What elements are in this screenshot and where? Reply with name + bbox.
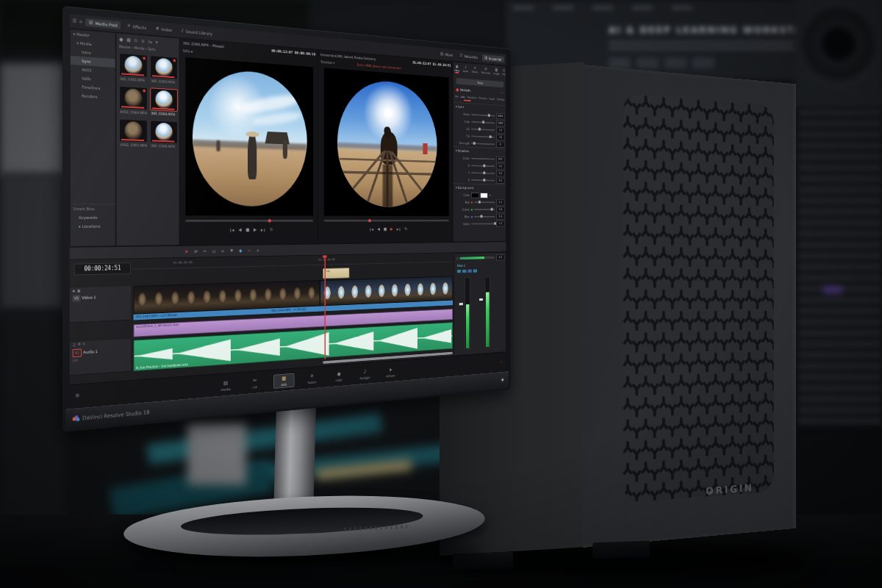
smart-bin-locations[interactable]: ▸ Locations	[71, 222, 117, 231]
slider[interactable]	[471, 121, 495, 123]
sort-icon[interactable]: Aa	[148, 40, 152, 43]
row-value[interactable]: 1.0	[496, 220, 504, 226]
slider[interactable]	[471, 172, 495, 173]
inspector-clip-row[interactable]: MediaIn ⋯	[456, 87, 504, 96]
timeline-playhead-dot[interactable]	[368, 219, 371, 222]
channel-fader-1[interactable]	[459, 303, 463, 306]
snap-icon[interactable]: ⊔	[212, 249, 215, 254]
source-playhead-dot[interactable]	[268, 219, 270, 223]
channel-fader-2[interactable]	[479, 298, 483, 301]
row-value[interactable]: 1.0	[496, 127, 504, 134]
row-value[interactable]: XYZ	[496, 157, 504, 162]
media-clip[interactable]: A002_0344.MP4	[120, 87, 147, 115]
row-value[interactable]: 0.3	[496, 214, 504, 220]
row-value[interactable]: 0.2	[496, 199, 504, 205]
menu-icon[interactable]: ☰	[73, 18, 77, 24]
flag-icon[interactable]: ⚑	[230, 248, 234, 253]
timeline-title-clip[interactable]: Title	[323, 268, 349, 279]
play-button[interactable]: ▶	[254, 228, 257, 232]
subtab-active[interactable]: Lens	[461, 96, 465, 99]
settings-gear-icon[interactable]: ⚙	[76, 393, 80, 398]
page-media[interactable]: ▤media	[215, 379, 237, 392]
tab-media-pool[interactable]: ▦ Media Pool	[85, 18, 121, 29]
page-deliver[interactable]: ➤deliver	[381, 366, 399, 378]
row-value[interactable]: 4096	[496, 113, 504, 120]
play-button-active[interactable]: ▶	[390, 227, 393, 232]
source-zoom-select[interactable]: 50% ▾	[183, 49, 193, 54]
jump-start-button[interactable]: ❙◀	[369, 228, 373, 231]
page-fusion[interactable]: ✳fusion	[302, 372, 321, 384]
marker-icon[interactable]: ◆	[239, 248, 242, 253]
audio-track-header[interactable]: ♫MS A1 Audio 1 2.0	[70, 339, 131, 376]
step-back-button[interactable]: ◀	[377, 227, 380, 232]
bus-chip[interactable]	[467, 270, 471, 273]
tab-metadata[interactable]: ☷ Metadata	[457, 52, 480, 61]
slider[interactable]	[471, 158, 495, 160]
page-color[interactable]: ◉color	[329, 370, 348, 382]
caret-icon[interactable]: ▾	[156, 40, 158, 44]
slider[interactable]	[471, 179, 495, 181]
inspector-tab-video[interactable]: ▣Video	[454, 65, 459, 72]
playhead-marker[interactable]	[323, 255, 326, 258]
import-icon[interactable]: ●	[119, 37, 123, 42]
tab-effects[interactable]: ✳ Effects	[123, 22, 150, 32]
search-icon[interactable]: ⊙	[134, 38, 137, 43]
power-led[interactable]	[502, 379, 503, 381]
clip-enable-dot[interactable]	[456, 88, 459, 91]
subtab[interactable]: Tracking	[479, 96, 487, 100]
slider[interactable]	[471, 129, 495, 131]
loop-button[interactable]: ↻	[270, 228, 273, 232]
subtab[interactable]: Transform	[467, 96, 477, 99]
enable-icon[interactable]: ▣	[77, 289, 81, 293]
speaker-icon[interactable]: ♫	[456, 257, 459, 259]
row-value[interactable]: 0.0	[496, 163, 504, 169]
bus-chip[interactable]	[473, 269, 477, 272]
subtab[interactable]: File	[455, 95, 458, 98]
media-clip[interactable]: V002_0365.MP4	[120, 120, 147, 148]
tab-inspector[interactable]: ◨ Inspector	[482, 54, 504, 63]
slider[interactable]	[474, 216, 495, 218]
jump-end-button[interactable]: ▶❙	[397, 227, 401, 230]
inspector-tab-transition[interactable]: ⇄Transition	[481, 67, 490, 74]
row-value[interactable]: 0.0	[496, 178, 504, 184]
inspector-tab-audio[interactable]: ♪Audio	[463, 65, 468, 73]
media-clip[interactable]: 360_0363.MP4	[151, 56, 177, 85]
home-icon[interactable]: ⌂	[79, 19, 82, 24]
color-swatch-white[interactable]	[480, 193, 487, 198]
jump-end-button[interactable]: ▶❙	[261, 228, 266, 232]
video-track-header[interactable]: ▪▣ V1 Video 1	[70, 286, 131, 323]
selection-tool-icon[interactable]: ➤	[184, 249, 188, 254]
step-back-button[interactable]: ◀	[238, 228, 241, 232]
timeline-scrub-bar[interactable]	[324, 220, 449, 222]
stop-button[interactable]: ■	[245, 228, 249, 232]
lock-icon[interactable]: ▪	[73, 289, 75, 293]
loop-button[interactable]: ↻	[404, 227, 407, 232]
media-clip-selected[interactable]: 360_0364.MP4	[151, 88, 177, 116]
volume-slider[interactable]	[460, 257, 495, 259]
timeline-selector[interactable]: Timeline ▾	[320, 60, 334, 65]
source-scrub-bar[interactable]	[185, 220, 313, 222]
section-background[interactable]: ▾ Background	[453, 183, 506, 192]
volume-value[interactable]: 0.0	[496, 254, 504, 260]
page-edit-active[interactable]: ▦edit	[273, 373, 295, 388]
media-clip[interactable]: 360_0366.MP4	[151, 121, 177, 149]
trim-tool-icon[interactable]: ⇄	[194, 249, 198, 254]
color-swatch-black[interactable]	[471, 193, 478, 198]
tab-sound-library[interactable]: ♪ Sound Library	[178, 26, 215, 37]
zoom-out-icon[interactable]: −	[248, 248, 251, 253]
tab-mixer[interactable]: ▥ Mixer	[438, 50, 456, 58]
slider[interactable]	[471, 223, 495, 225]
inspector-tab-image[interactable]: ▦Image	[493, 68, 499, 75]
timeline-playhead[interactable]	[325, 255, 326, 359]
speaker-icon[interactable]: ♫	[73, 343, 76, 347]
more-icon[interactable]: ⋯	[499, 360, 502, 365]
smart-bin-keywords[interactable]: Keywords	[71, 213, 117, 222]
media-clip[interactable]: 360_0361.MP4	[120, 54, 147, 82]
bus-chip[interactable]	[457, 270, 461, 273]
tab-index[interactable]: ≣ Index	[152, 24, 175, 34]
solo-button[interactable]: S	[83, 343, 85, 346]
slider[interactable]	[471, 165, 495, 167]
more-icon[interactable]: ⋯	[501, 90, 503, 95]
inspector-tab-effects[interactable]: ✳Effects	[472, 66, 478, 74]
source-clip-name[interactable]: 360_0366.MP4 – Mosaic	[183, 41, 224, 49]
